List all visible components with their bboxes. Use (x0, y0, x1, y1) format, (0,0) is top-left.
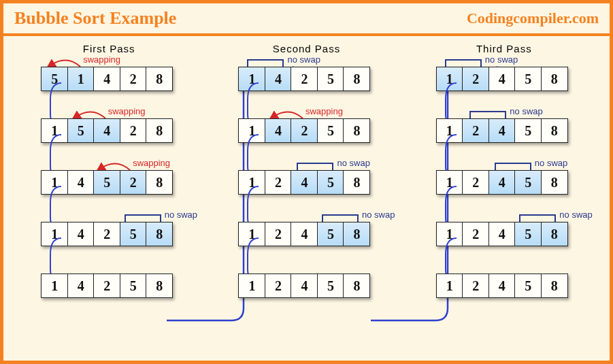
pass-column: First Passswapping51428swapping15428swap… (14, 43, 204, 363)
array-cell: 8 (541, 274, 568, 298)
array-cell: 5 (514, 274, 542, 298)
pass-title: Second Pass (211, 43, 401, 54)
array-cell: 4 (93, 118, 120, 143)
array-cell: 2 (265, 170, 292, 195)
sort-step: 12458 (238, 274, 401, 298)
sort-step: no swap12458 (238, 222, 401, 246)
array-cell: 8 (343, 67, 370, 91)
sort-step: 12458 (436, 274, 599, 298)
array-row: 12458 (238, 274, 401, 298)
array-cell: 8 (343, 118, 370, 143)
header-bar: Bubble Sort Example Codingcompiler.com (3, 3, 610, 36)
array-cell: 8 (146, 67, 173, 91)
action-label-noswap: no swap (362, 210, 395, 220)
array-cell: 4 (291, 274, 318, 298)
array-cell: 1 (238, 274, 265, 298)
array-row: 12458 (238, 222, 401, 246)
array-cell: 2 (265, 274, 292, 298)
array-cell: 8 (343, 170, 370, 195)
array-cell: 1 (436, 67, 463, 91)
array-cell: 2 (462, 118, 489, 143)
array-cell: 5 (93, 170, 120, 195)
array-cell: 4 (488, 67, 516, 91)
array-row: 12458 (436, 67, 599, 91)
sort-step: swapping14528 (41, 170, 204, 195)
array-cell: 2 (462, 222, 489, 246)
array-cell: 5 (317, 222, 344, 246)
array-cell: 2 (120, 67, 147, 91)
sort-step: no swap12458 (436, 118, 599, 143)
array-cell: 5 (514, 170, 542, 195)
array-cell: 5 (514, 67, 542, 91)
sort-step: no swap12458 (436, 67, 599, 91)
array-cell: 4 (67, 274, 95, 298)
array-cell: 1 (41, 118, 68, 143)
array-cell: 4 (291, 170, 318, 195)
sort-step: swapping15428 (41, 118, 204, 143)
array-cell: 2 (120, 118, 147, 143)
array-cell: 4 (488, 222, 516, 246)
sort-step: 14258 (41, 274, 204, 298)
array-cell: 1 (436, 170, 463, 195)
action-label-swapping: swapping (108, 106, 146, 116)
action-label-noswap: no swap (485, 54, 518, 65)
array-row: 12458 (238, 170, 401, 195)
array-cell: 8 (146, 274, 173, 298)
array-cell: 4 (488, 170, 516, 195)
array-row: 12458 (436, 274, 599, 298)
array-cell: 8 (541, 222, 568, 246)
action-label-swapping: swapping (83, 54, 120, 65)
array-row: 14258 (41, 222, 204, 246)
array-cell: 1 (238, 118, 265, 143)
action-label-noswap: no swap (510, 106, 542, 116)
array-row: 12458 (436, 170, 599, 195)
array-cell: 1 (238, 67, 265, 91)
sort-step: no swap12458 (436, 170, 599, 195)
action-label-noswap: no swap (559, 210, 592, 220)
array-cell: 2 (93, 222, 120, 246)
array-row: 14258 (238, 67, 401, 91)
array-row: 12458 (436, 222, 599, 246)
array-cell: 4 (291, 222, 318, 246)
array-cell: 1 (67, 67, 95, 91)
array-cell: 5 (67, 118, 95, 143)
array-cell: 1 (436, 118, 463, 143)
array-cell: 8 (343, 274, 370, 298)
pass-column: Third Passno swap12458no swap12458no swa… (409, 43, 599, 363)
diagram-body: First Passswapping51428swapping15428swap… (3, 36, 610, 363)
sort-step: no swap12458 (436, 222, 599, 246)
array-cell: 5 (514, 222, 542, 246)
array-cell: 8 (146, 118, 173, 143)
array-cell: 2 (120, 170, 147, 195)
array-row: 14528 (41, 170, 204, 195)
pass-title: First Pass (14, 43, 204, 54)
array-cell: 2 (291, 67, 318, 91)
array-cell: 5 (317, 67, 344, 91)
array-cell: 4 (67, 170, 95, 195)
array-cell: 1 (436, 274, 463, 298)
array-cell: 5 (317, 274, 344, 298)
array-cell: 5 (317, 118, 344, 143)
array-cell: 2 (462, 274, 489, 298)
array-cell: 5 (41, 67, 68, 91)
array-cell: 2 (462, 170, 489, 195)
action-label-swapping: swapping (305, 106, 343, 116)
action-label-noswap: no swap (287, 54, 320, 65)
pass-title: Third Pass (409, 43, 599, 54)
array-row: 51428 (41, 67, 204, 91)
action-label-noswap: no swap (337, 158, 369, 168)
sort-step: no swap12458 (238, 170, 401, 195)
array-cell: 8 (541, 118, 568, 143)
brand-label: Codingcompiler.com (467, 10, 599, 27)
array-cell: 2 (93, 274, 120, 298)
array-cell: 4 (265, 67, 292, 91)
sort-step: swapping51428 (41, 67, 204, 91)
array-cell: 5 (317, 170, 344, 195)
array-cell: 1 (41, 274, 68, 298)
sort-step: swapping14258 (238, 118, 401, 143)
array-row: 12458 (436, 118, 599, 143)
action-label-noswap: no swap (165, 210, 197, 220)
diagram-frame: Bubble Sort Example Codingcompiler.com F… (0, 0, 613, 364)
array-cell: 5 (120, 222, 147, 246)
action-label-noswap: no swap (535, 158, 567, 168)
